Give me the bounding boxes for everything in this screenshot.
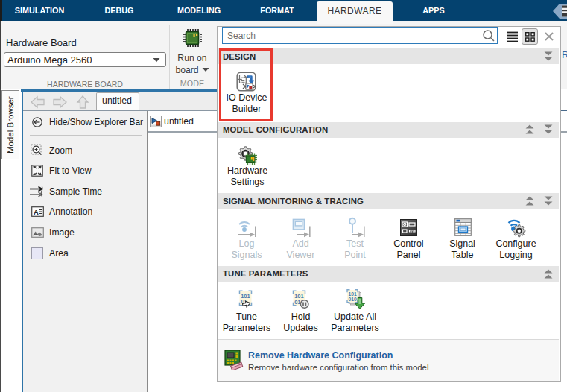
svg-text:010: 010: [348, 297, 357, 302]
svg-text:A: A: [34, 208, 39, 216]
svg-text:101: 101: [348, 291, 357, 297]
